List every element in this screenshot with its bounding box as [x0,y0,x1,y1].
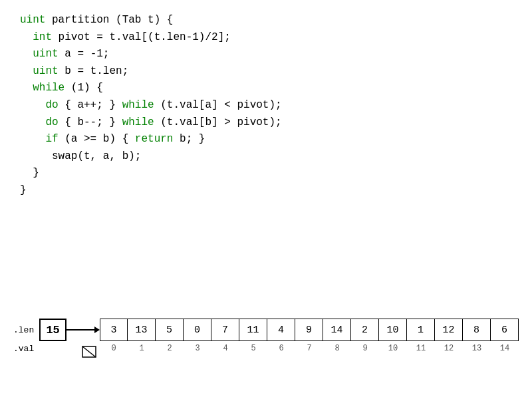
code-line-l10: } [20,165,512,182]
code-line-l7: do { b--; } while (t.val[b] > pivot); [20,114,512,132]
svg-line-3 [82,346,96,357]
array-cell-12: 12 [435,319,463,341]
array-cell-4: 7 [211,319,239,341]
visualization-area: .len .val 15 31350711491421011286 012345… [13,319,519,372]
array-cell-11: 1 [407,319,435,341]
array-cell-9: 2 [351,319,379,341]
code-line-l1: uint partition (Tab t) { [20,12,512,29]
code-block: uint partition (Tab t) { int pivot = t.v… [0,0,532,211]
array-cell-2: 5 [156,319,184,341]
code-line-l11: } [20,182,512,200]
svg-marker-1 [94,327,100,333]
array-cell-6: 4 [267,319,295,341]
len-value-box: 15 [39,319,66,341]
val-pointer-area [81,345,532,362]
array-cell-13: 8 [463,319,491,341]
val-label: .val [13,341,37,356]
arrow-container [66,319,100,341]
array-cell-10: 10 [379,319,407,341]
len-label: .len [13,319,37,341]
code-line-l8: if (a >= b) { return b; } [20,131,512,148]
array-values-row: 31350711491421011286 [100,319,519,341]
code-line-l9: swap(t, a, b); [20,148,512,166]
code-line-l5: while (1) { [20,80,512,97]
array-cell-7: 9 [295,319,323,341]
val-pointer-icon [81,345,101,358]
arrow-icon [66,319,100,341]
array-cell-3: 0 [184,319,211,341]
array-labels: .len .val [13,319,37,356]
array-cell-5: 11 [239,319,267,341]
code-line-l6: do { a++; } while (t.val[a] < pivot); [20,97,512,114]
array-cell-0: 3 [100,319,128,341]
array-cell-8: 14 [323,319,351,341]
code-line-l4: uint b = t.len; [20,63,512,80]
code-line-l2: int pivot = t.val[(t.len-1)/2]; [20,29,512,47]
code-line-l3: uint a = -1; [20,46,512,63]
array-cell-14: 6 [491,319,519,341]
array-cell-1: 13 [128,319,156,341]
